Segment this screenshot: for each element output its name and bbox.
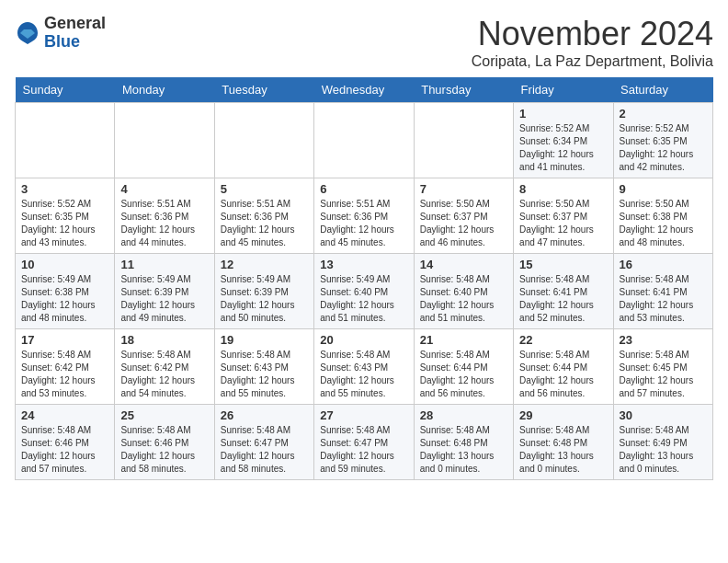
calendar-cell: 11Sunrise: 5:49 AM Sunset: 6:39 PM Dayli… <box>115 254 214 329</box>
day-number: 21 <box>420 333 507 347</box>
weekday-header-thursday: Thursday <box>414 77 513 103</box>
day-info: Sunrise: 5:52 AM Sunset: 6:35 PM Dayligh… <box>21 198 108 249</box>
calendar-cell: 21Sunrise: 5:48 AM Sunset: 6:44 PM Dayli… <box>414 329 513 405</box>
day-info: Sunrise: 5:48 AM Sunset: 6:42 PM Dayligh… <box>120 349 208 400</box>
calendar-cell: 16Sunrise: 5:48 AM Sunset: 6:41 PM Dayli… <box>613 254 712 329</box>
day-number: 24 <box>21 408 108 422</box>
day-info: Sunrise: 5:48 AM Sunset: 6:43 PM Dayligh… <box>320 349 407 400</box>
calendar-table: SundayMondayTuesdayWednesdayThursdayFrid… <box>15 77 713 480</box>
day-number: 5 <box>221 182 308 196</box>
calendar-cell: 17Sunrise: 5:48 AM Sunset: 6:42 PM Dayli… <box>16 329 115 405</box>
day-number: 12 <box>221 258 308 271</box>
calendar-week-2: 3Sunrise: 5:52 AM Sunset: 6:35 PM Daylig… <box>16 178 713 254</box>
weekday-header-row: SundayMondayTuesdayWednesdayThursdayFrid… <box>16 77 713 103</box>
calendar-cell: 23Sunrise: 5:48 AM Sunset: 6:45 PM Dayli… <box>613 329 712 405</box>
calendar-cell <box>214 103 313 178</box>
month-title: November 2024 <box>472 15 713 53</box>
day-info: Sunrise: 5:49 AM Sunset: 6:40 PM Dayligh… <box>320 273 407 325</box>
calendar-cell: 8Sunrise: 5:50 AM Sunset: 6:37 PM Daylig… <box>514 178 613 254</box>
weekday-header-tuesday: Tuesday <box>214 77 313 103</box>
subtitle: Coripata, La Paz Department, Bolivia <box>472 53 713 70</box>
calendar-cell: 1Sunrise: 5:52 AM Sunset: 6:34 PM Daylig… <box>514 103 613 178</box>
calendar-cell: 15Sunrise: 5:48 AM Sunset: 6:41 PM Dayli… <box>514 254 613 329</box>
calendar-cell: 28Sunrise: 5:48 AM Sunset: 6:48 PM Dayli… <box>414 405 513 480</box>
day-info: Sunrise: 5:51 AM Sunset: 6:36 PM Dayligh… <box>120 198 208 249</box>
day-number: 7 <box>420 182 507 196</box>
calendar-cell <box>314 103 414 178</box>
day-number: 18 <box>120 333 208 347</box>
day-number: 8 <box>519 182 607 196</box>
day-info: Sunrise: 5:48 AM Sunset: 6:46 PM Dayligh… <box>120 424 208 476</box>
day-number: 10 <box>21 258 108 271</box>
title-area: November 2024 Coripata, La Paz Departmen… <box>472 15 713 70</box>
calendar-cell: 6Sunrise: 5:51 AM Sunset: 6:36 PM Daylig… <box>314 178 414 254</box>
day-number: 28 <box>420 408 507 422</box>
day-number: 25 <box>120 408 208 422</box>
calendar-cell: 29Sunrise: 5:48 AM Sunset: 6:48 PM Dayli… <box>514 405 613 480</box>
weekday-header-sunday: Sunday <box>16 77 115 103</box>
calendar-week-3: 10Sunrise: 5:49 AM Sunset: 6:38 PM Dayli… <box>16 254 713 329</box>
day-info: Sunrise: 5:49 AM Sunset: 6:39 PM Dayligh… <box>221 273 308 325</box>
day-number: 26 <box>221 408 308 422</box>
calendar-cell: 10Sunrise: 5:49 AM Sunset: 6:38 PM Dayli… <box>16 254 115 329</box>
calendar-cell: 19Sunrise: 5:48 AM Sunset: 6:43 PM Dayli… <box>214 329 313 405</box>
day-info: Sunrise: 5:48 AM Sunset: 6:40 PM Dayligh… <box>420 273 507 325</box>
calendar-cell: 30Sunrise: 5:48 AM Sunset: 6:49 PM Dayli… <box>613 405 712 480</box>
day-info: Sunrise: 5:50 AM Sunset: 6:37 PM Dayligh… <box>420 198 507 249</box>
day-number: 22 <box>519 333 607 347</box>
day-info: Sunrise: 5:48 AM Sunset: 6:47 PM Dayligh… <box>221 424 308 476</box>
day-info: Sunrise: 5:48 AM Sunset: 6:48 PM Dayligh… <box>519 424 607 476</box>
calendar-cell: 20Sunrise: 5:48 AM Sunset: 6:43 PM Dayli… <box>314 329 414 405</box>
calendar-cell: 25Sunrise: 5:48 AM Sunset: 6:46 PM Dayli… <box>115 405 214 480</box>
calendar-cell: 27Sunrise: 5:48 AM Sunset: 6:47 PM Dayli… <box>314 405 414 480</box>
calendar-cell: 26Sunrise: 5:48 AM Sunset: 6:47 PM Dayli… <box>214 405 313 480</box>
calendar-cell <box>115 103 214 178</box>
day-number: 29 <box>519 408 607 422</box>
day-info: Sunrise: 5:49 AM Sunset: 6:38 PM Dayligh… <box>21 273 108 325</box>
calendar-cell <box>414 103 513 178</box>
header: General Blue November 2024 Coripata, La … <box>15 15 713 70</box>
day-number: 1 <box>519 107 607 121</box>
day-number: 6 <box>320 182 407 196</box>
day-number: 13 <box>320 258 407 271</box>
day-info: Sunrise: 5:48 AM Sunset: 6:44 PM Dayligh… <box>420 349 507 400</box>
weekday-header-friday: Friday <box>514 77 613 103</box>
logo-icon <box>15 20 40 46</box>
calendar-cell: 13Sunrise: 5:49 AM Sunset: 6:40 PM Dayli… <box>314 254 414 329</box>
day-number: 20 <box>320 333 407 347</box>
day-number: 30 <box>620 408 707 422</box>
day-info: Sunrise: 5:48 AM Sunset: 6:48 PM Dayligh… <box>420 424 507 476</box>
calendar-cell: 7Sunrise: 5:50 AM Sunset: 6:37 PM Daylig… <box>414 178 513 254</box>
calendar-cell: 14Sunrise: 5:48 AM Sunset: 6:40 PM Dayli… <box>414 254 513 329</box>
day-number: 14 <box>420 258 507 271</box>
calendar-cell: 18Sunrise: 5:48 AM Sunset: 6:42 PM Dayli… <box>115 329 214 405</box>
day-number: 2 <box>620 107 707 121</box>
day-info: Sunrise: 5:52 AM Sunset: 6:35 PM Dayligh… <box>620 122 707 174</box>
logo-text: General Blue <box>44 15 106 52</box>
day-info: Sunrise: 5:50 AM Sunset: 6:38 PM Dayligh… <box>620 198 707 249</box>
calendar-cell: 4Sunrise: 5:51 AM Sunset: 6:36 PM Daylig… <box>115 178 214 254</box>
calendar-cell: 24Sunrise: 5:48 AM Sunset: 6:46 PM Dayli… <box>16 405 115 480</box>
calendar-week-5: 24Sunrise: 5:48 AM Sunset: 6:46 PM Dayli… <box>16 405 713 480</box>
day-info: Sunrise: 5:48 AM Sunset: 6:41 PM Dayligh… <box>620 273 707 325</box>
day-number: 19 <box>221 333 308 347</box>
day-info: Sunrise: 5:51 AM Sunset: 6:36 PM Dayligh… <box>221 198 308 249</box>
day-info: Sunrise: 5:48 AM Sunset: 6:42 PM Dayligh… <box>21 349 108 400</box>
day-info: Sunrise: 5:48 AM Sunset: 6:46 PM Dayligh… <box>21 424 108 476</box>
day-number: 4 <box>120 182 208 196</box>
day-number: 16 <box>620 258 707 271</box>
calendar-cell: 22Sunrise: 5:48 AM Sunset: 6:44 PM Dayli… <box>514 329 613 405</box>
calendar-week-1: 1Sunrise: 5:52 AM Sunset: 6:34 PM Daylig… <box>16 103 713 178</box>
day-number: 3 <box>21 182 108 196</box>
day-info: Sunrise: 5:48 AM Sunset: 6:47 PM Dayligh… <box>320 424 407 476</box>
weekday-header-saturday: Saturday <box>613 77 712 103</box>
calendar-week-4: 17Sunrise: 5:48 AM Sunset: 6:42 PM Dayli… <box>16 329 713 405</box>
day-number: 17 <box>21 333 108 347</box>
weekday-header-wednesday: Wednesday <box>314 77 414 103</box>
calendar-cell: 9Sunrise: 5:50 AM Sunset: 6:38 PM Daylig… <box>613 178 712 254</box>
day-info: Sunrise: 5:48 AM Sunset: 6:41 PM Dayligh… <box>519 273 607 325</box>
day-info: Sunrise: 5:51 AM Sunset: 6:36 PM Dayligh… <box>320 198 407 249</box>
day-number: 11 <box>120 258 208 271</box>
day-number: 9 <box>620 182 707 196</box>
logo: General Blue <box>15 15 106 52</box>
